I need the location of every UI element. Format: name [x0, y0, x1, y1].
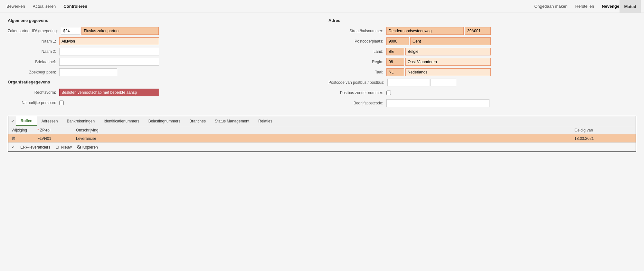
kopieren-label: Kopiëren — [82, 145, 98, 150]
postbus-number-input[interactable] — [431, 79, 456, 86]
menu-bar-left: Bewerken Actualiseren Controleren — [6, 4, 87, 9]
briefaanhef-input[interactable] — [59, 58, 159, 66]
form-columns: Algemene gegevens Zakenpartner-ID/-groep… — [8, 18, 636, 109]
regio-fields — [386, 58, 491, 66]
tab-bankrekeningen[interactable]: Bankrekeningen — [62, 117, 99, 126]
organisatie-section: Organisatiegegevens Rechtsvorm: Natuurli… — [8, 80, 316, 107]
cell-omschrijving: Leverancier — [73, 134, 571, 143]
natuurlijke-persoon-row: Natuurlijke persoon: — [8, 99, 316, 107]
postbus-zonder-nummer-row: Postbus zonder nummer: — [328, 89, 636, 97]
rechtsvorm-input[interactable] — [59, 89, 159, 96]
cell-zp-rol: FLVN01 — [34, 134, 73, 143]
taal-code-input[interactable] — [386, 68, 404, 76]
postcode-input[interactable] — [386, 37, 409, 45]
right-column: Adres Straat/huisnummer: Postcode/plaats… — [328, 18, 636, 109]
rechtsvorm-label: Rechtsvorm: — [8, 90, 59, 95]
zakenpartner-fields — [61, 27, 159, 35]
kopieren-button[interactable]: 🗘 Kopiëren — [77, 145, 98, 150]
straat-fields — [386, 27, 491, 35]
bedrijfspostcode-row: Bedrijfspostcode: — [328, 99, 636, 107]
menu-bar-right: Ongedaan maken Herstellen Nevengebied ⓘ … — [534, 3, 638, 10]
straat-row: Straat/huisnummer: — [328, 27, 636, 35]
taal-fields — [386, 68, 491, 76]
nieuw-label: Nieuw — [61, 145, 71, 150]
land-name-input[interactable] — [405, 48, 491, 55]
menu-controleren[interactable]: Controleren — [63, 4, 87, 9]
tab-status-management[interactable]: Status Management — [210, 117, 254, 126]
bottom-toolbar: ✓ ERP-leveranciers 🗋 Nieuw 🗘 Kopiëren — [8, 142, 636, 151]
zakenpartner-id-input[interactable] — [61, 27, 80, 35]
tab-chevron-icon[interactable]: ✓ — [11, 119, 15, 124]
erp-section-label: ERP-leveranciers — [20, 145, 50, 150]
algemene-gegevens-title: Algemene gegevens — [8, 18, 316, 23]
kopieren-icon: 🗘 — [77, 145, 81, 150]
top-bar: Bewerken Actualiseren Controleren Ongeda… — [0, 0, 644, 13]
tab-branches[interactable]: Branches — [185, 117, 210, 126]
menu-bar: Bewerken Actualiseren Controleren Ongeda… — [0, 0, 644, 13]
left-column: Algemene gegevens Zakenpartner-ID/-groep… — [8, 18, 316, 109]
mated-badge: Mated — [620, 0, 641, 13]
postcode-plaats-row: Postcode/plaats: — [328, 37, 636, 45]
postbus-zonder-nummer-label: Postbus zonder nummer: — [328, 91, 386, 95]
straat-input[interactable] — [386, 27, 464, 35]
regio-code-input[interactable] — [386, 58, 404, 66]
table-row[interactable]: 🖹 FLVN01 Leverancier 18.03.2021 — [8, 134, 636, 143]
natuurlijke-persoon-checkbox[interactable] — [59, 101, 64, 105]
taal-name-input[interactable] — [405, 68, 491, 76]
col-omschrijving: Omschrijving — [73, 126, 571, 134]
erp-chevron-icon[interactable]: ✓ — [12, 145, 15, 150]
naam2-row: Naam 2: — [8, 47, 316, 56]
tab-relaties[interactable]: Relaties — [254, 117, 277, 126]
taal-row: Taal: — [328, 68, 636, 76]
postbus-postcode-row: Postcode van postbus / postbus: — [328, 78, 636, 87]
briefaanhef-label: Briefaanhef: — [8, 60, 59, 64]
postbus-zonder-nummer-checkbox[interactable] — [386, 91, 391, 95]
menu-bewerken[interactable]: Bewerken — [6, 4, 25, 9]
main-content: Algemene gegevens Zakenpartner-ID/-groep… — [0, 13, 644, 157]
naam1-input[interactable] — [59, 37, 159, 45]
nieuw-icon: 🗋 — [55, 145, 60, 150]
naam2-input[interactable] — [59, 48, 159, 55]
zakenpartner-label: Zakenpartner-ID/-groepering: — [8, 29, 61, 33]
taal-label: Taal: — [328, 70, 386, 74]
land-label: Land: — [328, 49, 386, 54]
bedrijfspostcode-input[interactable] — [386, 99, 489, 107]
huisnummer-input[interactable] — [465, 27, 491, 35]
naam1-row: Naam 1: — [8, 37, 316, 45]
zoekbegrippen-label: Zoekbegrippen: — [8, 70, 59, 74]
land-row: Land: — [328, 47, 636, 56]
postbus-postcode-label: Postcode van postbus / postbus: — [328, 80, 387, 85]
postcode-plaats-label: Postcode/plaats: — [328, 39, 386, 44]
tab-bar: ✓ Rollen Adressen Bankrekeningen Identif… — [8, 116, 636, 126]
land-code-input[interactable] — [386, 48, 404, 55]
tab-belastingnummers[interactable]: Belastingnummers — [144, 117, 185, 126]
straat-label: Straat/huisnummer: — [328, 29, 386, 33]
col-wijziging: Wijziging — [8, 126, 34, 134]
tab-identificatienummers[interactable]: Identificatienummers — [99, 117, 144, 126]
plaats-input[interactable] — [410, 37, 491, 45]
zoekbegrippen-input[interactable] — [59, 68, 117, 76]
regio-label: Regio: — [328, 60, 386, 64]
regio-name-input[interactable] — [405, 58, 491, 66]
col-geldig-van: Geldig van — [571, 126, 636, 134]
regio-row: Regio: — [328, 58, 636, 66]
tab-rollen[interactable]: Rollen — [16, 116, 37, 126]
naam1-label: Naam 1: — [8, 39, 59, 44]
land-fields — [386, 48, 491, 55]
nieuw-button[interactable]: 🗋 Nieuw — [55, 145, 71, 150]
zakenpartner-groepering-input[interactable] — [81, 27, 159, 35]
briefaanhef-row: Briefaanhef: — [8, 58, 316, 66]
natuurlijke-persoon-label: Natuurlijke persoon: — [8, 101, 59, 105]
zakenpartner-row: Zakenpartner-ID/-groepering: — [8, 27, 316, 35]
rollen-table: Wijziging ZP-rol Omschrijving Geldig van… — [8, 126, 636, 142]
zoekbegrippen-row: Zoekbegrippen: — [8, 68, 316, 76]
menu-ongedaan[interactable]: Ongedaan maken — [534, 4, 567, 9]
edit-icon[interactable]: 🖹 — [12, 136, 16, 141]
col-zp-rol: ZP-rol — [34, 126, 73, 134]
menu-actualiseren[interactable]: Actualiseren — [33, 4, 56, 9]
cell-geldig-van: 18.03.2021 — [571, 134, 636, 143]
naam2-label: Naam 2: — [8, 49, 59, 54]
tab-adressen[interactable]: Adressen — [37, 117, 62, 126]
menu-herstellen[interactable]: Herstellen — [575, 4, 594, 9]
postbus-postcode-input[interactable] — [387, 79, 429, 86]
